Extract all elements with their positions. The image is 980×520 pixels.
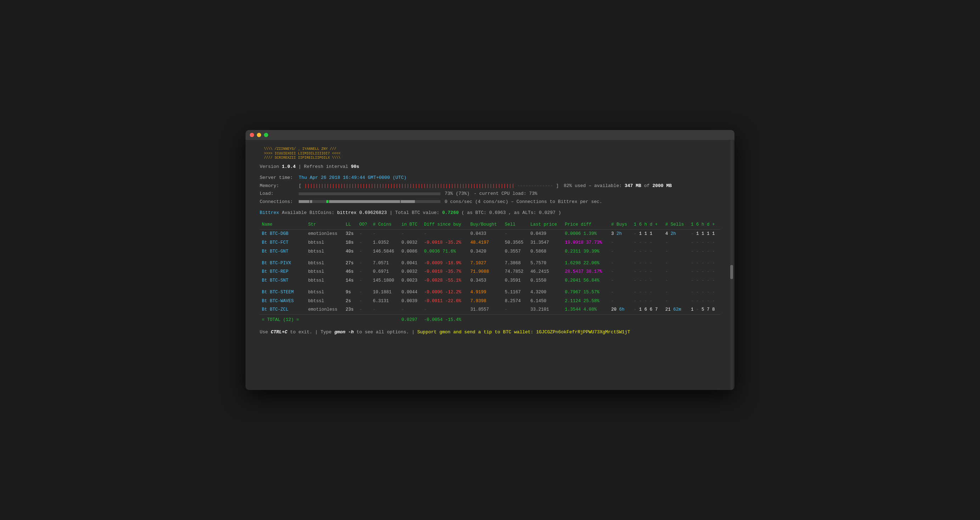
td-oo: -	[357, 276, 371, 285]
td-sell: 74.7852	[503, 267, 528, 276]
bittrex-total-val: 0.7260	[442, 210, 459, 215]
conn-seg-green	[326, 200, 328, 203]
td-ll: 27s	[343, 259, 357, 268]
footer-gmon: Type gmon -h to see all options.	[321, 329, 409, 335]
load-bar-bg	[299, 192, 441, 195]
td-nsells: -	[663, 288, 689, 297]
pdiff-pct: 4.08%	[584, 307, 597, 312]
td-pdiff: 1.3544 4.08%	[563, 305, 609, 314]
td-pdiff: 28.5437 38.17%	[563, 267, 609, 276]
td-buys-hist: - - - -	[632, 276, 663, 285]
th-ll: LL	[343, 220, 357, 229]
td-last: 46.2415	[528, 267, 563, 276]
table-row: Bt BTC-SNT bbtssl 14s - 145.1800 0.0023 …	[260, 276, 720, 285]
memory-available: 347 MB	[625, 183, 641, 189]
td-inbtc: 0.0044	[399, 288, 422, 297]
td-nbuys: -	[609, 276, 632, 285]
scrollbar[interactable]	[730, 140, 733, 390]
connections-text: 0 cons/sec (4 cons/sec) – Connections to…	[445, 198, 602, 205]
td-total-pdiff	[563, 315, 609, 324]
td-buybought: 0.3420	[468, 247, 503, 256]
pdiff-val: 1.3544	[565, 307, 581, 312]
td-buybought: 7.1027	[468, 259, 503, 268]
td-coins: 1.0352	[371, 239, 399, 247]
bar-used: ||||||||||||||||||||||||||||||||||||||||…	[304, 183, 514, 189]
load-row: Load: 73% (73%) - current CPU load: 73%	[260, 190, 720, 197]
td-pdiff: 1.6298 22.06%	[563, 259, 609, 268]
td-total-diff: -0.0054 -15.4%	[422, 315, 468, 324]
bittrex-as-btc: as BTC: 0.6963	[467, 210, 506, 215]
td-coins: 146.5846	[371, 247, 399, 256]
td-buys-hist: - - - -	[632, 239, 663, 247]
pdiff-val: 0.2311	[565, 249, 581, 254]
nbuys-time: 2h	[616, 231, 622, 236]
td-total-label: = TOTAL (12) =	[260, 315, 306, 324]
table-header-row: Name Str LL OO? # Coins in BTC Diff sinc…	[260, 220, 720, 229]
td-total-nbuys	[609, 315, 632, 324]
server-info: Server time: Thu Apr 26 2018 16:49:44 GM…	[260, 174, 720, 205]
td-pdiff: 2.1124 25.58%	[563, 297, 609, 306]
bittrex-line: Bittrex Available BitCoins: bittrex 0.69…	[260, 209, 720, 216]
ascii-banner: \\\\ /ZIINNEYS/ _ IYANNELL ZNY /// >>>> …	[260, 147, 720, 161]
td-buys-hist: - - - -	[632, 267, 663, 276]
server-time-label: Server time:	[260, 174, 299, 181]
td-sell: 5.1167	[503, 288, 528, 297]
td-nsells: -	[663, 276, 689, 285]
td-sell: -	[503, 229, 528, 239]
td-pdiff: 19.0018 37.73%	[563, 239, 609, 247]
pdiff-val: 19.0018	[565, 240, 584, 245]
td-nbuys: -	[609, 239, 632, 247]
version-number: 1.0.4	[282, 164, 296, 169]
td-nsells: -	[663, 297, 689, 306]
bittrex-comma: ,	[508, 210, 514, 215]
th-diff: Diff since buy	[422, 220, 468, 229]
bittrex-available-val: bittrex 0.69626823	[337, 210, 387, 215]
td-last: 6.1450	[528, 297, 563, 306]
th-pdiff: Price diff	[563, 220, 609, 229]
memory-of: of	[644, 183, 650, 189]
td-ll: 14s	[343, 276, 357, 285]
footer-ctrl-c: Use CTRL+C to exit.	[260, 329, 312, 335]
td-total-oo	[357, 315, 371, 324]
td-nsells: -	[663, 259, 689, 268]
pdiff-pct: 22.06%	[584, 261, 600, 266]
td-inbtc: 0.0086	[399, 247, 422, 256]
td-str: emotionless	[306, 229, 344, 239]
td-nbuys: -	[609, 297, 632, 306]
td-sells-hist: 1 - 5 7 8	[689, 305, 720, 314]
server-time-row: Server time: Thu Apr 26 2018 16:49:44 GM…	[260, 174, 720, 181]
th-last: Last price	[528, 220, 563, 229]
th-str: Str	[306, 220, 344, 229]
pdiff-pct: 56.84%	[584, 278, 600, 283]
bittrex-label: Bittrex	[260, 210, 279, 215]
scrollbar-thumb[interactable]	[730, 265, 733, 279]
pdiff-val: 0.7967	[565, 290, 581, 295]
refresh-interval: 90s	[351, 164, 359, 169]
td-oo: -	[357, 259, 371, 268]
table-row: Bt BTC-FCT bbtssl 18s - 1.0352 0.0032 -0…	[260, 239, 720, 247]
minimize-button[interactable]	[257, 133, 261, 137]
footer-ctrl-c-bold: CTRL+C	[271, 329, 287, 335]
td-buybought: 0.3453	[468, 276, 503, 285]
close-button[interactable]	[250, 133, 254, 137]
td-name: Bt BTC-REP	[260, 267, 306, 276]
version-sep: |	[296, 164, 304, 169]
td-buybought: 48.4197	[468, 239, 503, 247]
td-nbuys: -	[609, 259, 632, 268]
nbuys-val: 3	[611, 231, 614, 236]
th-oo: OO?	[357, 220, 371, 229]
td-buys-hist: - - - -	[632, 259, 663, 268]
td-oo: -	[357, 305, 371, 314]
td-diff: -0.0018 -35.7%	[422, 267, 468, 276]
td-buybought: 0.0433	[468, 229, 503, 239]
td-sells-hist: - - - - -	[689, 297, 720, 306]
td-buybought: 71.9088	[468, 267, 503, 276]
td-buys-hist: - - - -	[632, 297, 663, 306]
td-name: Bt BTC-GNT	[260, 247, 306, 256]
td-total-sell	[503, 315, 528, 324]
maximize-button[interactable]	[264, 133, 268, 137]
memory-bar-container: [|||||||||||||||||||||||||||||||||||||||…	[299, 183, 672, 189]
td-coins: -	[371, 305, 399, 314]
td-name: Bt BTC-DGB	[260, 229, 306, 239]
td-buys-hist: - 1 6 6 7	[632, 305, 663, 314]
